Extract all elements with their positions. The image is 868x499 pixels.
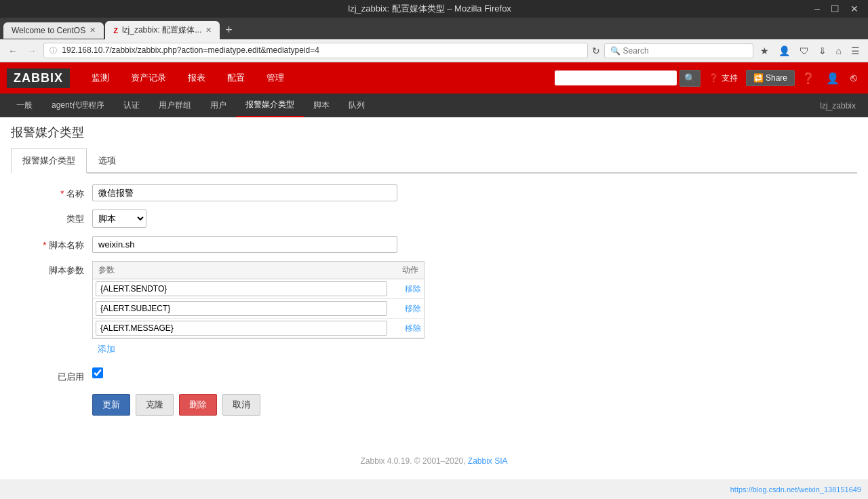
subnav-scripts[interactable]: 脚本 xyxy=(304,94,339,117)
params-header-action: 动作 xyxy=(384,264,418,276)
shield-icon[interactable]: 🛡 xyxy=(797,44,812,58)
top-menu-reports[interactable]: 报表 xyxy=(177,64,216,92)
update-button[interactable]: 更新 xyxy=(92,394,130,416)
param-remove-0[interactable]: 移除 xyxy=(390,283,421,295)
enabled-control xyxy=(92,367,103,378)
params-header-param: 参数 xyxy=(98,264,384,276)
param-input-1[interactable] xyxy=(96,301,387,316)
search-box[interactable]: 🔍 xyxy=(604,43,753,58)
window-title: lzj_zabbix: 配置媒体类型 – Mozilla Firefox xyxy=(47,3,812,15)
subnav-users[interactable]: 用户 xyxy=(201,94,236,117)
address-bar: ← → ⓘ 192.168.10.7/zabbix/zabbix.php?act… xyxy=(0,39,868,62)
subnav-mediatype[interactable]: 报警媒介类型 xyxy=(236,94,304,117)
script-name-label: 脚本名称 xyxy=(11,236,92,252)
param-remove-1[interactable]: 移除 xyxy=(390,303,421,315)
tab-centos-close[interactable]: ✕ xyxy=(90,26,96,35)
top-menu-assets[interactable]: 资产记录 xyxy=(120,64,177,92)
type-select[interactable]: 脚本 电子邮件 SMS xyxy=(92,209,146,228)
tab-centos[interactable]: Welcome to CentOS ✕ xyxy=(3,22,104,39)
top-menu-admin[interactable]: 管理 xyxy=(256,64,295,92)
enabled-label: 已启用 xyxy=(11,367,92,383)
script-params-label: 脚本参数 xyxy=(11,261,92,277)
subnav-usergroups[interactable]: 用户群组 xyxy=(149,94,201,117)
name-label: 名称 xyxy=(11,184,92,200)
home-icon[interactable]: ⌂ xyxy=(833,44,844,58)
zabbix-app: ZABBIX 监测 资产记录 报表 配置 管理 🔍 ❓ 支持 🔁 Share ❓… xyxy=(0,62,868,479)
script-params-control: 参数 动作 移除 移除 移除 xyxy=(92,261,425,359)
tab-zabbix-label: lzj_zabbix: 配置媒体... xyxy=(122,24,201,36)
page-footer: Zabbix 4.0.19. © 2001–2020, Zabbix SIA xyxy=(0,443,868,479)
user-button[interactable]: 👤 xyxy=(822,69,844,87)
share-button[interactable]: 🔁 Share xyxy=(746,70,795,86)
param-row-1: 移除 xyxy=(93,299,424,319)
logo-text: ZABBIX xyxy=(14,71,63,85)
params-header: 参数 动作 xyxy=(93,262,424,279)
top-search-input[interactable] xyxy=(555,71,677,85)
delete-button[interactable]: 删除 xyxy=(179,394,217,416)
subnav-user: lzj_zabbix xyxy=(814,96,861,116)
script-name-row: 脚本名称 xyxy=(11,236,857,253)
forward-button[interactable]: → xyxy=(24,44,39,58)
type-label: 类型 xyxy=(11,209,92,225)
param-input-0[interactable] xyxy=(96,281,387,296)
enabled-checkbox[interactable] xyxy=(92,367,103,378)
page-title: 报警媒介类型 xyxy=(11,124,857,140)
search-input[interactable] xyxy=(623,46,738,56)
profile-icon[interactable]: 👤 xyxy=(776,44,793,58)
name-row: 名称 xyxy=(11,184,857,201)
type-control: 脚本 电子邮件 SMS xyxy=(92,209,431,228)
enabled-row: 已启用 xyxy=(11,367,857,383)
back-button[interactable]: ← xyxy=(5,44,20,58)
tab-zabbix[interactable]: Z lzj_zabbix: 配置媒体... ✕ xyxy=(105,21,220,39)
new-tab-button[interactable]: + xyxy=(221,23,237,37)
top-navigation: ZABBIX 监测 资产记录 报表 配置 管理 🔍 ❓ 支持 🔁 Share ❓… xyxy=(0,62,868,94)
param-row-0: 移除 xyxy=(93,279,424,299)
add-param-link[interactable]: 添加 xyxy=(92,339,121,359)
minimize-button[interactable]: – xyxy=(812,3,823,14)
logout-button[interactable]: ⎋ xyxy=(846,69,861,87)
zabbix-tab-icon: Z xyxy=(113,26,118,35)
toolbar-icons: ★ 👤 🛡 ⇓ ⌂ ☰ xyxy=(757,44,863,58)
script-name-input[interactable] xyxy=(92,236,397,253)
type-row: 类型 脚本 电子邮件 SMS xyxy=(11,209,857,228)
zabbix-logo: ZABBIX xyxy=(7,68,70,88)
title-bar: lzj_zabbix: 配置媒体类型 – Mozilla Firefox – ☐… xyxy=(0,0,868,18)
top-search-button[interactable]: 🔍 xyxy=(679,70,701,87)
top-menu-monitor[interactable]: 监测 xyxy=(81,64,120,92)
footer-link[interactable]: Zabbix SIA xyxy=(468,456,508,466)
param-remove-2[interactable]: 移除 xyxy=(390,323,421,334)
name-control xyxy=(92,184,431,201)
menu-icon[interactable]: ☰ xyxy=(848,44,863,58)
script-params-row: 脚本参数 参数 动作 移除 移除 xyxy=(11,261,857,359)
url-text: 192.168.10.7/zabbix/zabbix.php?action=me… xyxy=(62,45,319,55)
reload-button[interactable]: ↻ xyxy=(592,45,600,56)
tab-options[interactable]: 选项 xyxy=(87,148,127,174)
params-table: 参数 动作 移除 移除 移除 xyxy=(92,261,425,339)
maximize-button[interactable]: ☐ xyxy=(828,3,842,14)
subnav-auth[interactable]: 认证 xyxy=(114,94,149,117)
script-name-control xyxy=(92,236,431,253)
download-icon[interactable]: ⇓ xyxy=(816,44,829,58)
subnav-agent[interactable]: agent代理程序 xyxy=(42,94,114,117)
tab-zabbix-close[interactable]: ✕ xyxy=(205,26,212,35)
tab-centos-label: Welcome to CentOS xyxy=(12,26,85,35)
search-icon: 🔍 xyxy=(610,46,620,56)
subnav-general[interactable]: 一般 xyxy=(7,94,42,117)
tab-mediatype[interactable]: 报警媒介类型 xyxy=(11,148,87,174)
support-button[interactable]: ❓ 支持 xyxy=(703,70,743,87)
form-tabs: 报警媒介类型 选项 xyxy=(11,148,857,174)
name-input[interactable] xyxy=(92,184,397,201)
tab-bar: Welcome to CentOS ✕ Z lzj_zabbix: 配置媒体..… xyxy=(0,18,868,39)
cancel-button[interactable]: 取消 xyxy=(222,394,260,416)
window-controls[interactable]: – ☐ ✕ xyxy=(812,3,861,14)
subnav-queue[interactable]: 队列 xyxy=(339,94,374,117)
close-button[interactable]: ✕ xyxy=(848,3,861,14)
param-input-2[interactable] xyxy=(96,321,387,336)
url-field[interactable]: ⓘ 192.168.10.7/zabbix/zabbix.php?action=… xyxy=(43,43,588,58)
clone-button[interactable]: 克隆 xyxy=(136,394,174,416)
help-button[interactable]: ❓ xyxy=(797,69,819,87)
form: 名称 类型 脚本 电子邮件 SMS 脚本名称 xyxy=(11,184,857,416)
top-menu-config[interactable]: 配置 xyxy=(216,64,256,92)
page-content: 报警媒介类型 报警媒介类型 选项 名称 类型 脚本 电子邮件 xyxy=(0,117,868,422)
bookmark-icon[interactable]: ★ xyxy=(757,44,772,58)
